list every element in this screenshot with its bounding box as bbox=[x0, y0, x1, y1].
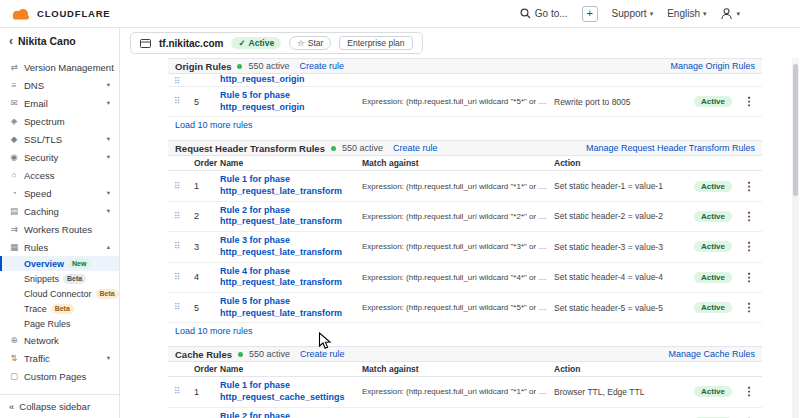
rule-name-link[interactable]: Rule 5 for phase http_request_late_trans… bbox=[220, 296, 358, 319]
rule-action: Set static header-3 = value-3 bbox=[554, 242, 690, 252]
kebab-menu-icon[interactable]: ⋮ bbox=[742, 180, 756, 193]
kebab-menu-icon[interactable]: ⋮ bbox=[742, 210, 756, 223]
chevron-down-icon: ▾ bbox=[736, 10, 740, 18]
create-rule-link[interactable]: Create rule bbox=[300, 349, 345, 359]
user-icon bbox=[720, 7, 733, 20]
drag-handle-icon[interactable]: ⠿ bbox=[174, 77, 190, 86]
create-rule-link[interactable]: Create rule bbox=[300, 61, 345, 71]
logo-text: CLOUDFLARE bbox=[37, 8, 110, 19]
drag-handle-icon[interactable]: ⠿ bbox=[174, 273, 190, 282]
drag-handle-icon[interactable]: ⠿ bbox=[174, 242, 190, 251]
mail-icon: ✉ bbox=[9, 98, 19, 108]
cloudflare-logo[interactable]: CLOUDFLARE bbox=[10, 8, 110, 20]
sidebar-item-rules-trace[interactable]: Trace Beta bbox=[0, 301, 119, 316]
active-count: 550 active bbox=[342, 143, 383, 153]
user-menu[interactable]: ▾ bbox=[720, 7, 740, 20]
support-menu[interactable]: Support ▾ bbox=[612, 8, 654, 19]
drag-handle-icon[interactable]: ⠿ bbox=[174, 212, 190, 221]
rule-name-link[interactable]: Rule 3 for phase http_request_late_trans… bbox=[220, 235, 358, 258]
drag-handle-icon[interactable]: ⠿ bbox=[174, 303, 190, 312]
rule-name-link[interactable]: Rule 1 for phase http_request_cache_sett… bbox=[220, 380, 358, 403]
global-search[interactable]: Go to... bbox=[520, 8, 568, 19]
sidebar-item-security[interactable]: ◉ Security ▾ bbox=[0, 148, 119, 166]
chevron-down-icon: ▾ bbox=[107, 81, 110, 89]
page-icon: ▢ bbox=[9, 371, 19, 381]
sidebar-item-ssl-tls[interactable]: ◆ SSL/TLS ▾ bbox=[0, 130, 119, 148]
kebab-menu-icon[interactable]: ⋮ bbox=[742, 385, 756, 398]
load-more-rules-link[interactable]: Load 10 more rules bbox=[168, 323, 260, 340]
sidebar-item-rules[interactable]: ▦ Rules ▴ bbox=[0, 238, 119, 256]
rule-name-link[interactable]: Rule 2 for phase http_request_cache_sett… bbox=[220, 411, 358, 418]
rule-name-link[interactable]: Rule 2 for phase http_request_late_trans… bbox=[220, 205, 358, 228]
drag-handle-icon[interactable]: ⠿ bbox=[174, 182, 190, 191]
sidebar-item-dns[interactable]: ≡ DNS ▾ bbox=[0, 76, 119, 94]
sidebar-item-spectrum[interactable]: ◈ Spectrum bbox=[0, 112, 119, 130]
scrollbar-thumb[interactable] bbox=[793, 64, 798, 196]
kebab-menu-icon[interactable]: ⋮ bbox=[742, 271, 756, 284]
traffic-arrows-icon: ⇅ bbox=[9, 353, 19, 363]
rule-order: 3 bbox=[194, 242, 216, 252]
rule-name-link[interactable]: Rule 5 for phase http_request_origin bbox=[220, 90, 358, 113]
rule-status-badge: Active bbox=[694, 241, 732, 252]
vertical-scrollbar[interactable] bbox=[792, 58, 799, 418]
rule-match: Expression: (http.request.full_uri wildc… bbox=[362, 273, 550, 282]
zone-bar: tf.nikitac.com ✓ Active ☆ Star Enterpris… bbox=[120, 28, 800, 58]
sidebar-item-email[interactable]: ✉ Email ▾ bbox=[0, 94, 119, 112]
column-header-order: Order bbox=[194, 158, 216, 168]
manage-origin-rules-link[interactable]: Manage Origin Rules bbox=[670, 61, 755, 71]
rule-match: Expression: (http.request.full_uri wildc… bbox=[362, 387, 550, 396]
sidebar-item-rules-snippets[interactable]: Snippets Beta bbox=[0, 271, 119, 286]
drag-handle-icon[interactable]: ⠿ bbox=[174, 387, 190, 396]
sidebar-item-access[interactable]: ○ Access bbox=[0, 166, 119, 184]
sidebar-item-caching[interactable]: ▤ Caching ▾ bbox=[0, 202, 119, 220]
search-label: Go to... bbox=[535, 8, 568, 19]
sidebar-item-workers-routes[interactable]: ⇉ Workers Routes bbox=[0, 220, 119, 238]
create-rule-link[interactable]: Create rule bbox=[393, 143, 438, 153]
drag-handle-icon[interactable]: ⠿ bbox=[174, 97, 190, 106]
sidebar-item-rules-overview[interactable]: Overview New bbox=[0, 256, 119, 271]
beta-badge: Beta bbox=[63, 274, 86, 284]
rule-row: ⠿ 2 Rule 2 for phase http_request_late_t… bbox=[168, 202, 762, 232]
sidebar-item-speed[interactable]: ◔ Speed ▾ bbox=[0, 184, 119, 202]
chevron-down-icon: ▾ bbox=[107, 135, 110, 143]
rule-status-badge: Active bbox=[694, 181, 732, 192]
domain-name[interactable]: tf.nikitac.com bbox=[159, 38, 223, 49]
active-count: 550 active bbox=[248, 61, 289, 71]
rule-name-link[interactable]: http_request_origin bbox=[220, 74, 358, 86]
account-name: Nikita Cano bbox=[18, 35, 76, 47]
zone-selector: tf.nikitac.com ✓ Active ☆ Star Enterpris… bbox=[130, 32, 423, 54]
collapse-sidebar-button[interactable]: « Collapse sidebar bbox=[0, 394, 119, 418]
sidebar-item-traffic[interactable]: ⇅ Traffic ▾ bbox=[0, 349, 119, 367]
column-header-name: Name bbox=[220, 364, 358, 374]
rules-overview-scroll-area: Origin Rules 550 active Create rule Mana… bbox=[120, 58, 800, 418]
kebab-menu-icon[interactable]: ⋮ bbox=[742, 95, 756, 108]
cache-rules-section-header: Cache Rules 550 active Create rule Manag… bbox=[168, 346, 762, 362]
rule-name-link[interactable]: Rule 4 for phase http_request_late_trans… bbox=[220, 266, 358, 289]
rule-row: ⠿ 1 Rule 1 for phase http_request_late_t… bbox=[168, 171, 762, 201]
star-button[interactable]: ☆ Star bbox=[289, 36, 331, 50]
app-layout: ‹ Nikita Cano ⇄ Version Management ≡ DNS… bbox=[0, 28, 800, 418]
rule-action: Set static header-2 = value-2 bbox=[554, 211, 690, 221]
new-badge: New bbox=[68, 259, 90, 269]
language-menu[interactable]: English ▾ bbox=[667, 8, 706, 19]
key-icon: ○ bbox=[9, 170, 19, 180]
load-more-rules-link[interactable]: Load 10 more rules bbox=[168, 117, 260, 134]
section-title: Origin Rules bbox=[175, 61, 231, 72]
manage-cache-rules-link[interactable]: Manage Cache Rules bbox=[668, 349, 755, 359]
sidebar-item-network[interactable]: ⊕ Network bbox=[0, 331, 119, 349]
chevron-down-icon: ▾ bbox=[703, 10, 707, 18]
rule-row: ⠿ 5 Rule 5 for phase http_request_origin… bbox=[168, 87, 762, 117]
status-dot-icon bbox=[331, 146, 336, 151]
sidebar-item-rules-page-rules[interactable]: Page Rules bbox=[0, 316, 119, 331]
sidebar-item-custom-pages[interactable]: ▢ Custom Pages bbox=[0, 367, 119, 385]
status-dot-icon bbox=[237, 64, 242, 69]
sidebar-item-version-management[interactable]: ⇄ Version Management bbox=[0, 58, 119, 76]
origin-rules-section-header: Origin Rules 550 active Create rule Mana… bbox=[168, 58, 762, 74]
sidebar-item-rules-cloud-connector[interactable]: Cloud Connector Beta bbox=[0, 286, 119, 301]
kebab-menu-icon[interactable]: ⋮ bbox=[742, 301, 756, 314]
manage-request-header-transform-rules-link[interactable]: Manage Request Header Transform Rules bbox=[586, 143, 755, 153]
kebab-menu-icon[interactable]: ⋮ bbox=[742, 240, 756, 253]
account-name-header[interactable]: ‹ Nikita Cano bbox=[0, 28, 119, 54]
rule-name-link[interactable]: Rule 1 for phase http_request_late_trans… bbox=[220, 174, 358, 197]
add-site-button[interactable]: + bbox=[582, 6, 598, 22]
